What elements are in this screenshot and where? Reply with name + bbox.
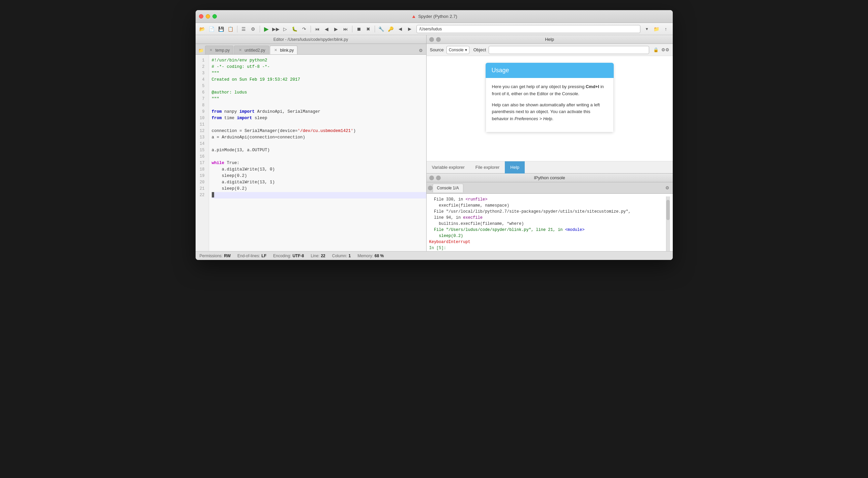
back-btn[interactable]: ◀ xyxy=(396,25,404,33)
tab-variable-explorer[interactable]: Variable explorer xyxy=(427,161,470,174)
sync-btn[interactable]: ↑ xyxy=(662,25,670,33)
settings-btn[interactable]: ⚙ xyxy=(249,25,257,33)
close-temp-tab-btn[interactable]: ✕ xyxy=(209,48,213,53)
minimize-button[interactable] xyxy=(206,14,210,19)
tab-blink-label: blink.py xyxy=(280,48,294,53)
console-tab-close-btn[interactable]: ✕ xyxy=(428,186,433,190)
main-toolbar: 📂 📄 💾 📋 ☰ ⚙ ▶ ▶▶ ▷ 🐛 ↷ ⏮ ◀ ▶ ⏭ ⏹ ✖ 🔧 🔑 ◀… xyxy=(196,23,673,35)
code-line-15: a.pinMode(13, a.OUTPUT) xyxy=(212,147,426,154)
code-line-20: a.digitalWrite(13, 1) xyxy=(212,179,426,186)
code-line-6: @author: ludus xyxy=(212,89,426,96)
console-close-btns: ✕ ◻ xyxy=(429,176,441,180)
run-btn[interactable]: ▶ xyxy=(262,25,270,33)
kill-btn[interactable]: ✖ xyxy=(364,25,372,33)
console-content[interactable]: File 330, in <runfile> execfile(filename… xyxy=(427,194,673,251)
code-line-21: sleep(0.2) xyxy=(212,186,426,192)
forward-btn[interactable]: ▶ xyxy=(406,25,414,33)
tab-blink[interactable]: ✕ blink.py xyxy=(270,46,298,54)
object-input[interactable] xyxy=(489,46,649,54)
tab-file-explorer[interactable]: File explorer xyxy=(470,161,505,174)
tab-help[interactable]: Help xyxy=(505,161,525,174)
run-cell-btn[interactable]: ▶▶ xyxy=(272,25,280,33)
preferences-btn[interactable]: 🔧 xyxy=(377,25,385,33)
path-bar[interactable]: /Users/ludus xyxy=(416,25,640,33)
prev-btn[interactable]: ◀ xyxy=(323,25,331,33)
scrollbar-thumb[interactable] xyxy=(666,200,670,220)
close-untitled2-tab-btn[interactable]: ✕ xyxy=(238,48,242,53)
console-line-6: builtins.execfile(filename, *where) xyxy=(429,221,666,227)
help-settings-btn[interactable]: ⚙ xyxy=(661,46,669,54)
right-panel: ✕ ◻ Help Source Console Object 🔒 ⚙ xyxy=(427,35,673,251)
step-btn[interactable]: ↷ xyxy=(300,25,308,33)
next-btn[interactable]: ▶ xyxy=(332,25,340,33)
line-status: Line: 22 xyxy=(311,254,325,258)
console-tabs-bar: ✕ Console 1/A ⚙ xyxy=(427,182,673,194)
separator-5 xyxy=(375,26,375,32)
console-select[interactable]: Console xyxy=(446,46,469,54)
code-line-3: """ xyxy=(212,70,426,77)
first-btn[interactable]: ⏮ xyxy=(313,25,321,33)
console-line-2: execfile(filename, namespace) xyxy=(429,203,666,209)
code-content[interactable]: #!/usr/bin/env python2 # -*- coding: utf… xyxy=(209,55,426,251)
tab-temp[interactable]: ✕ temp.py xyxy=(205,46,234,54)
code-line-9: from nanpy import ArduinoApi, SerialMana… xyxy=(212,109,426,115)
browse-btn[interactable]: 📁 xyxy=(653,25,661,33)
console-titlebar: ✕ ◻ IPython console xyxy=(427,174,673,182)
column-value: 1 xyxy=(348,254,351,258)
help-toolbar-actions: 🔒 ⚙ xyxy=(652,46,669,54)
console-line-1: File 330, in <runfile> xyxy=(429,196,666,203)
line-label: Line: xyxy=(311,254,319,258)
help-close-btn[interactable]: ✕ xyxy=(429,37,434,42)
path-dropdown-btn[interactable]: ▾ xyxy=(643,25,651,33)
console-close-btn[interactable]: ✕ xyxy=(429,176,434,180)
open-file-btn[interactable]: 📂 xyxy=(198,25,206,33)
code-line-1: #!/usr/bin/env python2 xyxy=(212,57,426,64)
help-content: Usage Here you can get help of any objec… xyxy=(427,56,673,161)
eol-value: LF xyxy=(261,254,266,258)
help-bottom-tabs: Variable explorer File explorer Help xyxy=(427,161,673,173)
code-line-19: sleep(0.2) xyxy=(212,173,426,179)
editor-settings-btn[interactable]: ⚙ xyxy=(417,46,425,54)
save-all-btn[interactable]: 📋 xyxy=(227,25,235,33)
main-window: 🔺 Spyder (Python 2.7) 📂 📄 💾 📋 ☰ ⚙ ▶ ▶▶ ▷… xyxy=(196,10,673,260)
memory-value: 68 % xyxy=(375,254,384,258)
tools-btn[interactable]: 🔑 xyxy=(387,25,395,33)
code-line-17: while True: xyxy=(212,160,426,166)
encoding-value: UTF-8 xyxy=(292,254,304,258)
separator-3 xyxy=(311,26,311,32)
console-float-btn[interactable]: ◻ xyxy=(436,176,441,180)
titlebar: 🔺 Spyder (Python 2.7) xyxy=(196,10,673,23)
encoding-status: Encoding: UTF-8 xyxy=(273,254,304,258)
last-btn[interactable]: ⏭ xyxy=(342,25,350,33)
console-pane: ✕ ◻ IPython console ✕ Console 1/A ⚙ File… xyxy=(427,174,673,251)
code-line-10: from time import sleep xyxy=(212,115,426,122)
debug-btn[interactable]: 🐛 xyxy=(291,25,299,33)
code-editor[interactable]: 1 2 3 4 5 6 7 8 9 10 11 12 13 14 15 16 1 xyxy=(196,55,426,251)
maximize-button[interactable] xyxy=(212,14,217,19)
lock-btn[interactable]: 🔒 xyxy=(652,46,660,54)
editor-pane: Editor - /Users/ludus/code/spyder/blink.… xyxy=(196,35,427,251)
code-line-18: a.digitalWrite(13, 0) xyxy=(212,166,426,173)
editor-tabs: 📁 ✕ temp.py ✕ untitled2.py ✕ blink.py ⚙ xyxy=(196,44,426,55)
new-file-btn[interactable]: 📄 xyxy=(208,25,216,33)
outline-btn[interactable]: ☰ xyxy=(240,25,248,33)
save-btn[interactable]: 💾 xyxy=(217,25,225,33)
stop-btn[interactable]: ⏹ xyxy=(355,25,363,33)
new-tab-btn[interactable]: 📁 xyxy=(197,46,205,54)
column-status: Column: 1 xyxy=(332,254,351,258)
console-scrollbar[interactable] xyxy=(666,196,670,251)
usage-paragraph-1: Here you can get help of any object by p… xyxy=(492,83,607,98)
close-blink-tab-btn[interactable]: ✕ xyxy=(273,48,278,53)
close-button[interactable] xyxy=(199,14,203,19)
console-tab-1[interactable]: Console 1/A xyxy=(433,184,463,192)
tab-untitled2-label: untitled2.py xyxy=(244,48,265,53)
console-line-8: File "/Users/ludus/code/spyder/blink.py"… xyxy=(429,227,666,233)
run-selection-btn[interactable]: ▷ xyxy=(281,25,289,33)
help-float-btn[interactable]: ◻ xyxy=(436,37,441,42)
source-label: Source xyxy=(430,47,444,52)
code-line-13: a = ArduinoApi(connection=connection) xyxy=(212,134,426,141)
tab-untitled2[interactable]: ✕ untitled2.py xyxy=(234,46,269,54)
code-line-4: Created on Sun Feb 19 19:53:42 2017 xyxy=(212,77,426,83)
help-toolbar: Source Console Object 🔒 ⚙ xyxy=(427,44,673,56)
console-settings-btn[interactable]: ⚙ xyxy=(663,184,671,192)
